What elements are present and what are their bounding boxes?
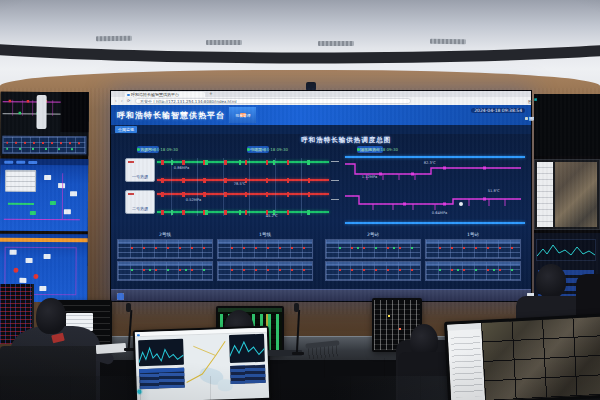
right-chart-panel [229,334,266,363]
header-right-area: 2024-04-18 09:38:54 报警 消音 用户 退出 [423,107,527,123]
heat-source-station-1[interactable]: 一号热源 [125,158,155,182]
mini-table-grid [535,95,600,154]
data-table [217,261,313,281]
url-text: 不安全 | http://172.131.254.134:8080/index.… [140,99,237,104]
new-tab-button[interactable]: + [209,91,213,96]
trend-chart-panel [536,239,596,261]
pressure-isolation-station-bar [331,156,339,218]
browser-address-row: ‹ › ⟳ 不安全 | http://172.131.254.134:8080/… [111,97,531,105]
ceiling-vent [318,41,354,46]
table-panel-station2: 2号站 [325,232,421,282]
right-panel-video-feed [534,159,600,230]
pipe-reading: 51.8℃ [488,188,500,193]
data-table [117,261,213,281]
equipment-box [44,175,51,180]
trend-line [537,240,595,260]
windows-taskbar [111,289,531,301]
data-table [325,239,421,259]
page-tab-bar: ⌂ ‹ › 首页 一级网 二级网 热力站 泵站 曲线 报表 参数 全网监视 [111,125,531,134]
equipment-box [44,254,51,259]
forward-icon[interactable]: › [121,99,123,103]
popup-dialog [5,170,36,192]
section-separators [171,158,321,216]
schematic-station-bar [36,95,46,129]
table-panel-line2: 2号线 [117,232,213,282]
pipe-line-green [8,203,34,205]
status-pixel [388,315,390,317]
desk-monitor-cctv [444,314,600,400]
schematic-data-table [2,136,86,155]
pipe-reading: 78.5℃ [234,181,246,186]
header-chip [28,160,37,163]
right-panel-data-tables [534,94,600,156]
left-wall-screens [0,92,89,303]
desk-telephone [307,340,339,359]
heat-source-station-2[interactable]: 二号热源 [125,190,155,214]
pipe-reading: 0.86MPa [174,165,189,170]
distribution-pipe-blue [345,156,525,158]
platform-title: 呼和浩特长输智慧供热平台 [117,110,225,121]
control-room-photo: 呼和浩特长输智慧供热平台 + ‹ › ⟳ 不安全 | http://172.13… [0,0,600,400]
data-table [425,261,521,281]
microphone-base [292,352,304,355]
aerial-camera-view [555,162,597,227]
left-panel-pipeline-schematic [0,92,88,157]
tab-network-monitor[interactable]: 全网监视 [115,126,137,133]
status-pixel [399,328,401,330]
alarm-dot [13,268,18,273]
equipment-box [64,209,71,214]
chart-line [229,334,266,363]
pipe-reading: 0.64MPa [432,210,447,215]
scada-content: 呼和浩特长输供热调度总图 热源首站 2024-04-18 09:30 中继泵站 … [111,134,531,291]
diagram-title: 呼和浩特长输供热调度总图 [301,136,391,145]
pipe-reading: 45.2℃ [266,213,278,218]
equipment-box [39,286,46,291]
pipe-reading: 82.3℃ [424,160,436,165]
data-table [425,239,521,259]
mini-data-table [535,99,537,101]
ceiling-vent [96,36,132,42]
platform-header: 呼和浩特长输智慧供热平台 监控总览 智慧调度 能耗分析 报警系统 智慧大屏 智慧… [111,105,531,125]
schematic-dark-area [60,92,88,132]
diagram-line [4,219,80,221]
header-chip [16,160,25,163]
platform-app-icon[interactable] [117,293,124,300]
main-video-wall-screen: 呼和浩特长输智慧供热平台 + ‹ › ⟳ 不安全 | http://172.13… [110,90,532,302]
back-icon[interactable]: ‹ [115,99,117,103]
equipment-box [26,258,33,263]
panel-header-bar [0,159,88,166]
menu-report-management[interactable]: 报表管理 [229,107,256,123]
data-tables-band: 2号线 1号线 2号站 1号站 [115,232,527,288]
pipe-reading: 1.12MPa [362,174,377,179]
data-table [117,239,213,259]
header-chip [4,160,13,163]
table-panel-station1: 1号站 [425,232,521,282]
microphone-icon [294,303,299,312]
alarm-dot [33,274,38,279]
distribution-pipe-blue [345,222,525,224]
table-panel-line1: 1号线 [217,232,313,282]
standing-operator-head [536,264,566,298]
status-box-green [50,201,56,205]
clock: 2024-04-18 09:38:54 [471,108,525,113]
data-table [217,239,313,259]
video-app-sidebar [537,162,553,227]
equipment-box [10,250,17,255]
data-table [325,261,421,281]
seated-operator-head [36,298,66,334]
status-box-green [30,211,36,215]
address-bar[interactable]: 不安全 | http://172.131.254.134:8080/index.… [135,98,411,104]
chart-line [138,338,184,366]
left-chart-panel [138,338,184,366]
ceiling-vent [206,40,242,45]
microphone-icon [126,303,131,312]
equipment-box [19,278,26,283]
orange-header-bar [0,238,88,243]
network-diagram: 一号热源 二号热源 0.86MPa 78.5℃ 0.52MPa 45.2℃ [115,154,527,228]
left-panel-station-diagram-1 [0,159,88,232]
screen-glare [447,317,600,400]
reload-icon[interactable]: ⟳ [127,99,130,103]
equipment-box [70,191,77,196]
pipe-reading: 0.52MPa [186,197,201,202]
ceiling-vent [430,39,466,45]
